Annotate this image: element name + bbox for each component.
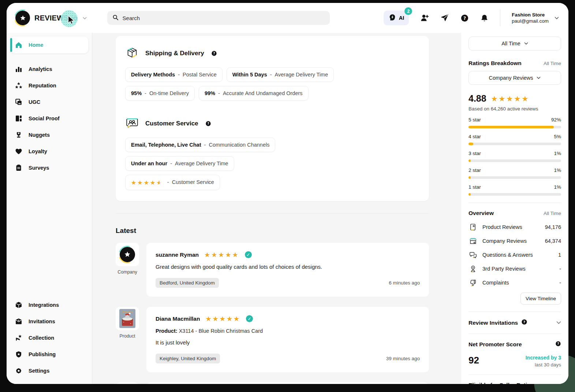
sidebar-item-reputation[interactable]: Reputation — [10, 77, 88, 94]
reviewer-name: Diana Macmillan — [156, 316, 200, 322]
overview-row-value: - — [559, 280, 561, 286]
star-level-percent: 5% — [554, 134, 561, 139]
latest-heading: Latest — [116, 227, 461, 235]
customer-service-chip: Under an hour - Average Delivery Time — [125, 156, 234, 171]
panel-divider — [468, 312, 561, 312]
publishing-icon — [15, 351, 22, 358]
overview-row-value: - — [559, 266, 561, 272]
star-level-label: 2 star — [468, 167, 481, 173]
send-invitations-button[interactable] — [440, 14, 449, 22]
chevron-down-icon — [556, 321, 561, 324]
sidebar-item-loyalty[interactable]: Loyalty — [10, 143, 88, 159]
seller-ratings-section[interactable]: Eligible for Seller Ratings — [468, 382, 561, 384]
shipping-section-header: Shipping & Delivery ? — [125, 46, 419, 61]
help-icon[interactable]: ? — [555, 341, 561, 348]
account-menu[interactable]: Fashion Store paul@gmail.com — [512, 12, 559, 24]
review-invitations-section[interactable]: Review Invitations ? — [468, 319, 561, 327]
overview-row-value: 1 — [558, 252, 561, 258]
sidebar-item-surveys[interactable]: Surveys — [10, 159, 88, 176]
review-type-dropdown[interactable]: Company Reviews — [468, 71, 561, 85]
star-level-label: 5 star — [468, 117, 481, 122]
ugc-icon — [15, 98, 22, 106]
help-button[interactable]: ? — [460, 14, 469, 22]
chip-label: Within 5 Days — [232, 72, 267, 78]
search-input[interactable] — [123, 15, 325, 21]
analytics-icon — [15, 65, 22, 73]
review-timestamp: 6 minutes ago — [389, 280, 420, 286]
view-timeline-button[interactable]: View Timeline — [520, 293, 561, 305]
panel-divider — [468, 374, 561, 375]
rating-bar-row: 5 star 92% — [468, 117, 561, 128]
ratings-breakdown-title: Ratings Breakdown — [468, 60, 522, 67]
time-filter-value: All Time — [501, 41, 520, 46]
sidebar-item-ugc[interactable]: UGC — [10, 94, 88, 110]
customer-service-chips: Email, Telephone, Live Chat - Communicat… — [125, 137, 381, 171]
overview-row: Questions & Answers 1 — [468, 248, 561, 262]
sidebar-item-integrations[interactable]: Integrations — [10, 297, 88, 313]
sidebar-item-publishing[interactable]: Publishing — [10, 346, 88, 362]
chip-label: Under an hour — [131, 161, 167, 166]
invite-user-button[interactable] — [420, 14, 429, 22]
review-invitations-title: Review Invitations — [468, 320, 518, 326]
customer-service-icon — [125, 116, 139, 131]
brand[interactable]: REVIEWS.io — [15, 11, 87, 25]
help-icon[interactable]: ? — [205, 121, 211, 127]
nps-title: Net Promoter Score — [468, 341, 522, 348]
panel-divider — [468, 333, 561, 334]
product-photo: Season's — [119, 309, 135, 328]
ai-assistant-button[interactable]: AI 2 — [384, 11, 409, 25]
average-rating-score: 4.88 — [468, 93, 486, 104]
left-sidebar: Home Analytics Reputation UGC Social Pro… — [7, 33, 92, 384]
sidebar-item-nuggets[interactable]: Nuggets — [10, 127, 88, 143]
notifications-bell-button[interactable] — [480, 14, 489, 22]
home-icon — [15, 41, 22, 49]
svg-text:?: ? — [557, 342, 559, 346]
review-source-type: Product — [119, 333, 135, 339]
company-reviews-icon — [468, 237, 477, 245]
time-filter-dropdown[interactable]: All Time — [468, 37, 561, 50]
chevron-down-icon[interactable] — [83, 15, 87, 21]
review-item: Company Helen Priestley ★★★★★★★★★★ ✓ — [116, 382, 429, 384]
search-bar — [107, 11, 330, 25]
shipping-chip: 99% - Accurate And Undamaged Orders — [199, 86, 309, 101]
help-icon[interactable]: ? — [211, 50, 217, 56]
rating-bar-track — [468, 159, 561, 162]
ai-head-icon — [388, 14, 396, 22]
sidebar-item-invitations[interactable]: Invitations — [10, 313, 88, 329]
sidebar-item-settings[interactable]: Settings — [10, 362, 88, 379]
rating-bar-track — [468, 193, 561, 196]
chevron-down-icon — [555, 15, 559, 21]
sidebar-item-social-proof[interactable]: Social Proof — [10, 110, 88, 127]
account-name: Fashion Store — [512, 12, 549, 18]
nps-delta: Increased by 3 — [526, 355, 561, 361]
svg-text:?: ? — [207, 122, 209, 125]
customer-service-chip: Email, Telephone, Live Chat - Communicat… — [125, 137, 275, 152]
review-card[interactable]: Helen Priestley ★★★★★★★★★★ ✓ — [146, 382, 429, 384]
chip-value: - On-time Delivery — [142, 90, 189, 96]
reputation-icon — [15, 82, 22, 89]
svg-text:Season's: Season's — [122, 310, 133, 313]
company-logo-icon — [120, 247, 135, 262]
chip-value: - Average Delivery Time — [167, 161, 228, 166]
panel-divider — [468, 203, 561, 203]
chip-value: - Average Delivery Time — [267, 72, 328, 78]
chevron-down-icon — [524, 42, 528, 45]
third-party-reviews-icon — [468, 265, 477, 273]
reviewer-name: suzanne Ryman — [156, 252, 199, 258]
chip-value: - Accurate And Undamaged Orders — [215, 90, 303, 96]
svg-text:?: ? — [523, 320, 525, 324]
review-card[interactable]: suzanne Ryman ★★★★★★★★★★ ✓ Great designs… — [146, 243, 429, 297]
shipping-chips: Delivery Methods - Postal Service Within… — [125, 67, 381, 101]
review-item: Company suzanne Ryman ★★★★★★★★★★ ✓ Great… — [116, 243, 429, 297]
overview-title: Overview — [468, 210, 494, 216]
chip-label: Delivery Methods — [131, 72, 175, 78]
sidebar-item-home[interactable]: Home — [10, 37, 88, 53]
sidebar-spacer — [10, 176, 88, 297]
review-card[interactable]: Diana Macmillan ★★★★★★★★★★ ✓ Product: X3… — [146, 307, 429, 372]
review-source-thumbnail: Season's — [116, 307, 139, 330]
sidebar-item-analytics[interactable]: Analytics — [10, 61, 88, 77]
star-level-label: 4 star — [468, 134, 481, 139]
loyalty-icon — [15, 148, 22, 155]
chevron-down-icon — [537, 76, 541, 79]
sidebar-item-collection[interactable]: Collection — [10, 329, 88, 346]
